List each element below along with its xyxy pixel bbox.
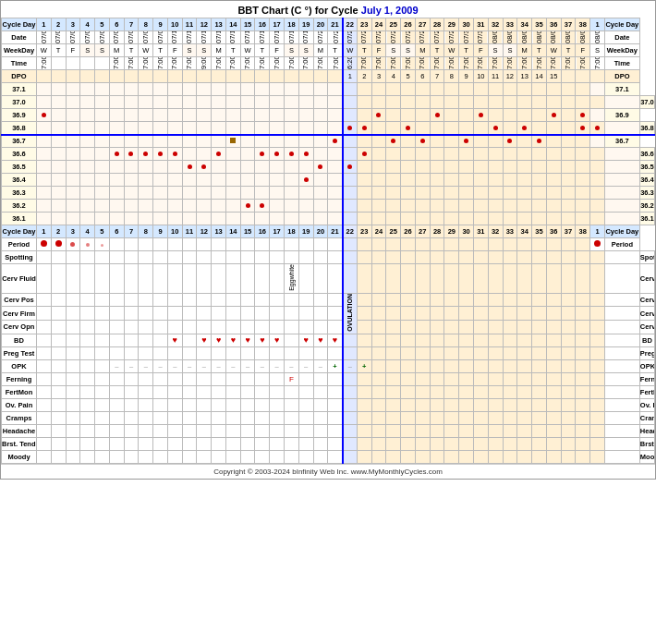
chart-title: BBT Chart (C °) for Cycle July 1, 2009 <box>1 1 655 18</box>
dpo4 <box>80 70 95 83</box>
wd3: F <box>66 44 80 57</box>
wd18: S <box>285 44 299 57</box>
cramps-label: Cramps <box>2 411 37 424</box>
temp-row-368: 36.8 36.8 <box>2 122 655 135</box>
cd22-ov: 22 <box>343 18 358 31</box>
t19: 7:00 <box>298 57 313 70</box>
cd15: 15 <box>240 18 255 31</box>
tr371-18 <box>285 83 299 96</box>
fertmon-label-right: FertMon <box>639 385 654 398</box>
date-d39: 08/08 <box>590 31 605 44</box>
dpo6 <box>109 70 124 83</box>
tr371-32 <box>488 83 503 96</box>
dpo30: 9 <box>459 70 474 83</box>
dpo2 <box>51 70 66 83</box>
tr371-8 <box>139 83 153 96</box>
date-label-right: Date <box>604 31 639 44</box>
footer: Copyright © 2003-2024 bInfinity Web Inc.… <box>1 464 655 479</box>
temp-row-370: 37.0 37.0 <box>2 96 655 109</box>
period-dot-39 <box>594 240 601 247</box>
dpo1 <box>37 70 52 83</box>
opk-17: – <box>270 359 285 372</box>
temp-row-364: 36.4 36.4 <box>2 174 655 187</box>
tr369-36 <box>546 109 561 122</box>
cd38: 38 <box>576 18 590 31</box>
dpo-row: DPO 123456789101112131415 DPO <box>2 70 655 83</box>
opk-23: + <box>357 359 371 372</box>
t29: 7:00 <box>444 57 459 70</box>
tr371-24 <box>371 83 386 96</box>
temp-label-369: 36.9 <box>2 109 37 122</box>
pregtest-label-right: Preg Test <box>639 346 654 359</box>
spotting-label-right: Spotting <box>639 251 654 264</box>
opk-12: – <box>197 359 212 372</box>
cd4: 4 <box>80 18 95 31</box>
cervfluid-label: Cerv Fluid <box>2 264 37 294</box>
brsttend-label-right: Brst. Tend. <box>639 437 654 450</box>
bbt-chart: BBT Chart (C °) for Cycle July 1, 2009 C… <box>0 0 656 480</box>
tr368-22-ov <box>343 122 358 135</box>
opk-row: OPK –––––––––––––––+–+ OPK <box>2 359 655 372</box>
t11: 7:00 <box>182 57 197 70</box>
dpo28: 7 <box>430 70 444 83</box>
t14: 7:00 <box>225 57 240 70</box>
date-d24: 07/24 <box>371 31 386 44</box>
temp-label-371: 37.1 <box>2 83 37 96</box>
dpo3 <box>66 70 80 83</box>
t7: 7:00 <box>124 57 139 70</box>
date-d3: 07/03 <box>66 31 80 44</box>
dpo10 <box>167 70 182 83</box>
period-label: Period <box>2 238 37 251</box>
tr371-31 <box>473 83 488 96</box>
date-d18: 07/18 <box>285 31 299 44</box>
date-d30: 07/30 <box>459 31 474 44</box>
cervfluid-row: Cerv Fluid Eggwhite Cerv Fluid <box>2 264 655 294</box>
wd25: S <box>386 44 401 57</box>
dpo12 <box>197 70 212 83</box>
temp-row-362: 36.2 36.2 <box>2 200 655 213</box>
wd33: S <box>503 44 517 57</box>
tr371-28 <box>430 83 444 96</box>
temp-label-366-right: 36.6 <box>639 148 654 161</box>
tr371-13 <box>212 83 226 96</box>
dpo16 <box>255 70 270 83</box>
tr371-12 <box>197 83 212 96</box>
temp-label-369-right: 36.9 <box>604 109 639 122</box>
tr371-25 <box>386 83 401 96</box>
tr366-9 <box>153 148 168 161</box>
tr371-23 <box>357 83 371 96</box>
tr368-32 <box>488 122 503 135</box>
tr369-24 <box>371 109 386 122</box>
brsttend-row: Brst. Tend. Brst. Tend. <box>2 437 655 450</box>
cervopn-row: Cerv Opn Cerv Opn <box>2 320 655 334</box>
cycle-day-label-right: Cycle Day <box>604 18 639 31</box>
period-dot-3 <box>70 242 75 247</box>
bd-21: ♥ <box>328 334 343 346</box>
temp-dot-cd21 <box>333 139 337 143</box>
t13: 7:00 <box>212 57 226 70</box>
time-label-right: Time <box>604 57 639 70</box>
temp-label-368-right: 36.8 <box>639 122 654 135</box>
tr368-26 <box>401 122 416 135</box>
cervpos-row: Cerv Pos OVULATION Cerv Pos <box>2 293 655 307</box>
tr369-28 <box>430 109 444 122</box>
tr371-10 <box>167 83 182 96</box>
date-d12: 07/12 <box>197 31 212 44</box>
date-d23: 07/23 <box>357 31 371 44</box>
cd6: 6 <box>109 18 124 31</box>
cd33: 33 <box>503 18 517 31</box>
tr366-18 <box>285 148 299 161</box>
cd9: 9 <box>153 18 168 31</box>
bd-16: ♥ <box>255 334 270 346</box>
wd9: T <box>153 44 168 57</box>
temp-row-371: 37.1 37.1 <box>2 83 655 96</box>
cramps-row: Cramps Cramps <box>2 411 655 424</box>
wd19: S <box>298 44 313 57</box>
cd27: 27 <box>415 18 430 31</box>
cervfirm-label: Cerv Firm <box>2 307 37 321</box>
t37: 7:00 <box>561 57 576 70</box>
wd38: F <box>576 44 590 57</box>
t31: 7:00 <box>473 57 488 70</box>
cramps-label-right: Cramps <box>639 411 654 424</box>
date-d6: 07/06 <box>109 31 124 44</box>
